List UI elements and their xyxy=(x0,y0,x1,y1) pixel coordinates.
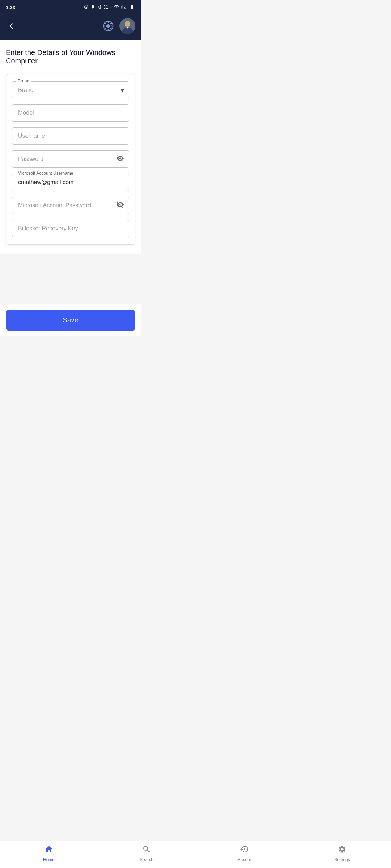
ms-password-input[interactable] xyxy=(12,197,129,214)
brand-select[interactable]: Brand Dell HP Lenovo Asus Acer Microsoft… xyxy=(12,81,129,98)
dot-icon: · xyxy=(110,5,112,10)
form-card: Brand Brand Dell HP Lenovo Asus Acer Mic… xyxy=(6,74,135,245)
main-content: Enter the Details of Your Windows Comput… xyxy=(0,40,141,254)
status-icons: ⦿ M 31 · xyxy=(84,4,135,10)
messenger-icon: ⦿ xyxy=(84,5,88,10)
model-input[interactable] xyxy=(12,104,129,122)
avatar[interactable] xyxy=(119,18,135,34)
bitlocker-input[interactable] xyxy=(12,220,129,237)
svg-line-9 xyxy=(105,28,106,30)
back-button[interactable] xyxy=(6,20,19,33)
ms-password-toggle-icon[interactable] xyxy=(116,201,124,210)
model-field-group xyxy=(12,104,129,122)
ring-icon xyxy=(91,4,95,10)
brand-label: Brand xyxy=(16,78,31,84)
header xyxy=(0,14,141,40)
gmail-icon: M xyxy=(97,5,101,10)
password-toggle-icon[interactable] xyxy=(116,154,124,164)
password-wrapper xyxy=(12,150,129,168)
username-field-group xyxy=(12,127,129,145)
bitlocker-field-group xyxy=(12,220,129,237)
header-right xyxy=(101,18,135,34)
password-field-group xyxy=(12,150,129,168)
svg-point-11 xyxy=(125,21,130,27)
brand-select-wrapper: Brand Dell HP Lenovo Asus Acer Microsoft… xyxy=(12,81,129,98)
ms-username-label: Microsoft Account Username xyxy=(16,171,75,176)
brand-field-group: Brand Brand Dell HP Lenovo Asus Acer Mic… xyxy=(12,81,129,98)
svg-line-7 xyxy=(110,28,112,30)
battery-icon xyxy=(128,4,135,10)
status-time: 1:33 xyxy=(6,5,15,10)
ms-username-input[interactable] xyxy=(12,174,129,191)
wifi-icon xyxy=(114,4,119,10)
password-input[interactable] xyxy=(12,150,129,168)
save-button[interactable]: Save xyxy=(6,310,135,331)
svg-point-1 xyxy=(106,24,110,28)
ms-password-wrapper xyxy=(12,197,129,214)
settings-wheel-button[interactable] xyxy=(101,19,115,33)
save-section: Save xyxy=(0,304,141,336)
page-title: Enter the Details of Your Windows Comput… xyxy=(6,48,135,65)
username-input[interactable] xyxy=(12,127,129,145)
svg-line-8 xyxy=(110,23,112,24)
status-bar: 1:33 ⦿ M 31 · xyxy=(0,0,141,14)
calendar-icon: 31 xyxy=(103,5,108,10)
svg-line-6 xyxy=(105,23,106,24)
ms-username-field-group: Microsoft Account Username xyxy=(12,174,129,191)
ms-password-field-group xyxy=(12,197,129,214)
signal-icon xyxy=(121,4,126,10)
